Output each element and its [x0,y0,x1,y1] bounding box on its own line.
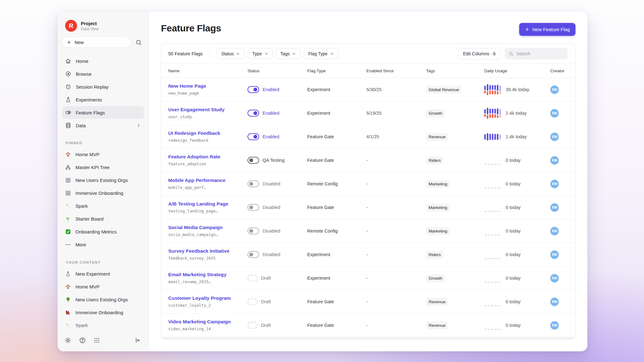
flag-name-link[interactable]: User Engagement Study [168,107,247,112]
tag-chip[interactable]: Revenue [426,133,448,141]
usage-label: 0 today [506,252,521,257]
sidebar-item-home-mvp[interactable]: Home MVP [62,280,144,293]
table-row[interactable]: Social Media Campaign socia_media_campai… [161,219,575,243]
status-toggle[interactable] [247,298,258,305]
usage-label: 0 today [506,228,521,233]
sidebar-item-more[interactable]: More [62,238,144,251]
tag-chip[interactable]: Marketing [426,204,450,211]
sidebar-item-session-replay[interactable]: Session Replay [62,80,144,93]
table-row[interactable]: Survey Feedback Initiative feedback_surv… [161,243,575,266]
sidebar-item-immersive-onboarding[interactable]: Immersive Onboarding [62,306,144,319]
new-button[interactable]: New [62,37,131,48]
usage-label: 2.4k today [506,111,527,116]
train-icon [65,310,71,315]
sidebar-item-onboarding-metrics[interactable]: Onboarding Metrics [62,225,144,238]
status-label: Enabled [263,134,279,139]
flag-name-link[interactable]: New Home Page [168,84,247,89]
sidebar-item-master-kpi-tree[interactable]: Master KPI Tree [62,161,144,174]
table-row[interactable]: A/B Testing Landing Page testing_landing… [161,196,575,219]
chevron-down-icon [236,52,240,56]
flag-name-link[interactable]: Social Media Campaign [168,225,247,230]
flag-name-link[interactable]: A/B Testing Landing Page [168,201,247,206]
sidebar-item-new-users-existing-orgs[interactable]: New Users Existing Orgs [62,293,144,306]
sidebar-item-new-users-existing-orgs[interactable]: New Users Existing Orgs [62,174,144,187]
usage-empty-dash [485,329,500,330]
sidebar-item-home[interactable]: Home [62,55,144,67]
table-row[interactable]: New Home Page new_home_page Enabled Expe… [161,78,575,101]
enabled-since-cell: 4/1/25 [366,134,426,139]
flag-type-cell: Feature Gate [307,205,366,210]
filter-flag-type-dropdown[interactable]: Flag Type [304,48,338,59]
tag-chip[interactable]: Riders [426,251,443,259]
filter-type-dropdown[interactable]: Type [248,48,272,59]
enabled-since-cell: - [366,276,426,281]
filter-label: Flag Type [308,51,327,56]
status-toggle[interactable] [247,86,259,93]
status-toggle[interactable] [247,133,259,140]
sidebar-item-label: Home MVP [75,152,100,157]
status-toggle[interactable] [247,180,259,187]
flag-name-link[interactable]: Customer Loyalty Program [168,296,247,301]
table-row[interactable]: Email Marketing Strategy email_revamp_20… [161,266,575,290]
status-toggle[interactable] [247,110,259,117]
project-switcher[interactable]: R Project Data View [58,12,148,32]
sidebar-item-data[interactable]: Data [62,119,144,132]
creator-avatar: RM [550,156,559,165]
search-icon[interactable] [135,39,142,46]
status-label: Draft [261,276,271,281]
usage-label: 0 today [506,299,521,304]
sidebar-item-home-mvp[interactable]: Home MVP [62,148,144,161]
flag-key: customer_loyalty_2 [168,303,247,308]
tag-chip[interactable]: Growth [426,274,445,282]
status-toggle[interactable] [247,228,259,234]
collapse-sidebar-icon[interactable] [135,337,142,344]
flag-name-link[interactable]: Email Marketing Strategy [168,272,247,277]
tag-chip[interactable]: Global Revenue [426,86,462,94]
apps-grid-icon[interactable] [93,337,100,344]
sidebar-item-experiments[interactable]: Experiments [62,93,144,106]
creator-avatar: RM [550,133,559,141]
sidebar-item-immersive-onboarding[interactable]: Immersive Onboarding [62,187,144,200]
tag-chip[interactable]: Growth [426,109,445,117]
table-row[interactable]: Mobile App Performance mobile_app_perf… … [161,172,575,196]
sidebar-item-label: Onboarding Metrics [75,229,117,234]
status-toggle[interactable] [247,251,259,258]
sidebar-item-starter-board[interactable]: Starter Board [62,212,144,225]
tag-chip[interactable]: Revenue [426,321,448,329]
status-toggle[interactable] [247,322,258,329]
status-toggle[interactable] [247,157,259,164]
table-row[interactable]: Customer Loyalty Program customer_loyalt… [161,290,575,314]
creator-avatar: RM [550,274,559,282]
flag-name-link[interactable]: UI Redesign Feedback [168,131,247,136]
sidebar-item-label: More [75,242,86,247]
sidebar-item-label: New Users Existing Orgs [75,178,128,183]
tag-chip[interactable]: Revenue [426,298,448,306]
table-row[interactable]: Video Marketing Campaign video_marketing… [161,314,575,337]
sidebar-item-spark[interactable]: Spark [62,200,144,212]
flag-name-link[interactable]: Mobile App Performance [168,178,247,183]
table-row[interactable]: User Engagement Study user_study Enabled… [161,101,575,125]
table-row[interactable]: UI Redesign Feedback redesign_feedback E… [161,125,575,149]
status-toggle[interactable] [247,275,258,282]
filter-status-dropdown[interactable]: Status [217,48,245,59]
sidebar-item-feature-flags[interactable]: Feature Flags [62,106,144,119]
flag-name-link[interactable]: Survey Feedback Initiative [168,249,247,254]
new-feature-flag-button[interactable]: New Feature Flag [519,23,575,36]
help-icon[interactable] [79,337,86,344]
sidebar-item-browse[interactable]: Browse [62,68,144,80]
sidebar-item-new-experiment[interactable]: New Experiment [62,267,144,280]
search-input[interactable] [516,51,564,56]
settings-gear-icon[interactable] [64,337,71,344]
status-toggle[interactable] [247,204,259,211]
edit-columns-button[interactable]: Edit Columns · 6 [458,48,500,59]
column-header-flag-type: Flag Type [307,69,366,73]
enabled-since-cell: - [366,205,426,210]
tag-chip[interactable]: Marketing [426,180,450,188]
filter-tags-dropdown[interactable]: Tags [276,48,301,59]
flag-name-link[interactable]: Video Marketing Campaign [168,319,247,324]
sparkles-icon [65,203,71,209]
tag-chip[interactable]: Marketing [426,227,450,235]
tag-chip[interactable]: Riders [426,156,443,164]
table-row[interactable]: Feature Adoption Rate feature_adoption Q… [161,149,575,172]
flag-name-link[interactable]: Feature Adoption Rate [168,154,247,159]
